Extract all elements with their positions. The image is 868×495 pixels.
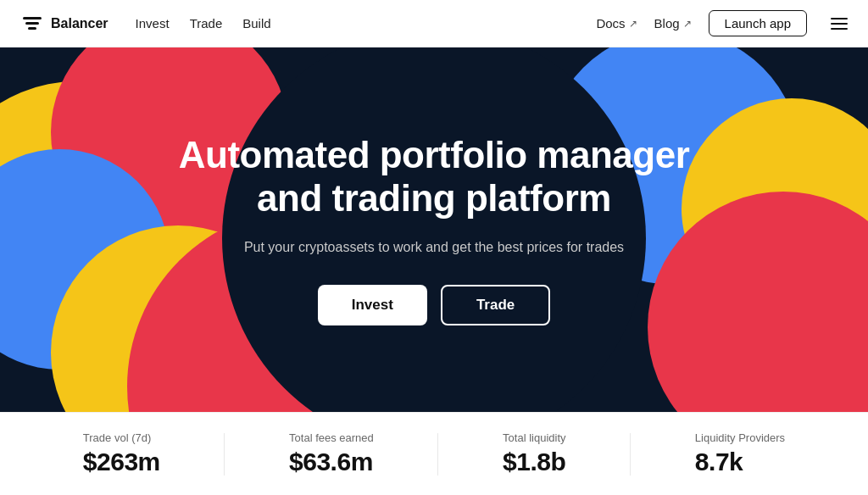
docs-link[interactable]: Docs ↗ [596,16,637,31]
stat-providers-label: Liquidity Providers [695,431,785,444]
stats-bar: Trade vol (7d) $263m Total fees earned $… [0,412,868,495]
hero-subtitle: Put your cryptoassets to work and get th… [163,237,705,258]
stat-fees-value: $63.6m [289,448,374,476]
stat-divider-3 [630,433,631,476]
stat-liquidity: Total liquidity $1.8b [503,431,565,476]
stat-trade-vol-value: $263m [83,448,160,476]
stat-fees: Total fees earned $63.6m [289,431,374,476]
navbar-right: Docs ↗ Blog ↗ Launch app [596,10,848,36]
nav-invest[interactable]: Invest [136,16,170,31]
navbar: Balancer Invest Trade Build Docs ↗ Blog … [0,0,868,47]
hero-section: Automated portfolio manager and trading … [0,47,868,412]
logo[interactable]: Balancer [20,12,108,36]
logo-text: Balancer [51,16,108,31]
invest-button[interactable]: Invest [318,285,427,325]
stat-divider-2 [437,433,438,476]
stat-liquidity-label: Total liquidity [503,431,565,444]
nav-links: Invest Trade Build [136,16,597,31]
stat-fees-label: Total fees earned [289,431,374,444]
hamburger-menu[interactable] [831,18,848,30]
nav-trade[interactable]: Trade [190,16,223,31]
hero-buttons: Invest Trade [163,285,705,325]
stat-trade-vol-label: Trade vol (7d) [83,431,160,444]
launch-app-button[interactable]: Launch app [709,10,807,36]
nav-build[interactable]: Build [242,16,270,31]
blog-arrow: ↗ [683,18,692,30]
docs-arrow: ↗ [629,18,637,30]
stat-liquidity-value: $1.8b [503,448,565,476]
hero-content: Automated portfolio manager and trading … [146,134,722,325]
stat-providers-value: 8.7k [695,448,785,476]
stat-trade-vol: Trade vol (7d) $263m [83,431,160,476]
logo-icon [20,12,44,36]
blog-link[interactable]: Blog ↗ [654,16,692,31]
trade-button[interactable]: Trade [441,285,550,325]
stat-divider-1 [224,433,225,476]
stat-providers: Liquidity Providers 8.7k [695,431,785,476]
hero-title: Automated portfolio manager and trading … [163,134,705,220]
